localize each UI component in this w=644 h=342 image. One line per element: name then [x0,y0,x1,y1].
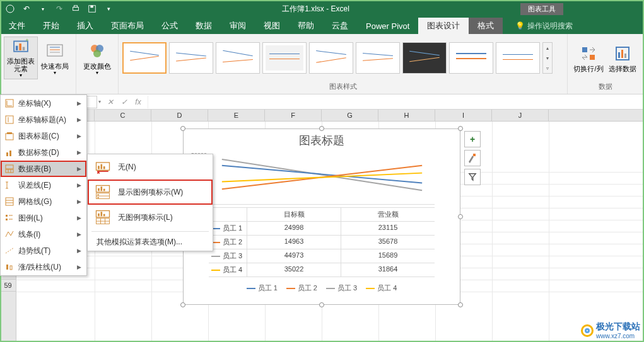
autosave-icon[interactable] [3,1,18,16]
tab-formula[interactable]: 公式 [153,18,187,34]
tab-layout[interactable]: 页面布局 [102,18,153,34]
save-button[interactable] [85,1,100,16]
data-table-submenu: 无(N) 显示图例项标示(W) 无图例项标示(L) 其他模拟运算表选项(M)..… [87,154,213,251]
submenu-label: 显示图例项标示(W) [118,187,183,198]
col-header[interactable]: J [492,110,549,121]
menu-label: 坐标轴(X) [18,98,51,109]
tell-me-search[interactable]: 💡 操作说明搜索 [515,18,573,34]
menu-data-table[interactable]: 数据表(B)▶ [1,161,86,177]
undo-button[interactable]: ↶ [19,1,34,16]
chart-style-9[interactable] [496,42,540,74]
dt-value: 23115 [341,222,435,235]
tab-home[interactable]: 开始 [34,18,68,34]
tab-file[interactable]: 文件 [0,18,34,34]
menu-label: 数据表(B) [18,164,51,174]
cancel-formula-button[interactable]: ✕ [103,96,117,108]
chart-style-3[interactable] [216,42,260,74]
select-data-button[interactable]: 选择数据 [606,37,640,79]
legend-item: 员工 1 [258,284,278,292]
enter-formula-button[interactable]: ✓ [117,96,131,108]
chart-title[interactable]: 图表标题 [184,129,460,152]
ribbon: + 添加图表元素 ▾ 快速布局 ▾ 更改颜色 ▾ ▴▾▿ [0,34,644,94]
tab-view[interactable]: 视图 [255,18,289,34]
tab-chart-design[interactable]: 图表设计 [418,18,469,34]
chart-style-1[interactable] [122,42,167,74]
svg-rect-20 [618,52,620,58]
col-header[interactable]: C [95,110,151,121]
svg-rect-58 [101,186,103,191]
style-gallery-scroll[interactable]: ▴▾▿ [542,42,553,74]
quick-layout-label: 快速布局 [41,62,69,70]
menu-chart-title[interactable]: 图表标题(C)▶ [1,128,86,144]
menu-axis-title[interactable]: 坐标轴标题(A)▶ [1,111,86,128]
dt-value: 14963 [247,236,341,249]
chart-elements-button[interactable]: + [464,131,481,147]
undo-menu[interactable]: ▾ [35,1,50,16]
contextual-tab-label: 图表工具 [520,3,563,15]
chart-style-6[interactable] [356,42,400,74]
chart-style-4[interactable] [262,42,307,74]
add-chart-element-button[interactable]: + 添加图表元素 ▾ [4,37,38,79]
menu-axis[interactable]: 坐标轴(X)▶ [1,95,86,111]
svg-rect-8 [23,47,25,50]
col-header[interactable]: E [208,110,265,121]
submenu-none[interactable]: 无(N) [88,154,213,180]
menu-data-labels[interactable]: 数据标签(D)▶ [1,144,86,161]
chart-filter-button[interactable] [464,169,481,185]
row-header[interactable]: 59 [0,280,16,292]
col-header[interactable]: D [151,110,208,121]
col-header[interactable]: I [435,110,492,121]
dt-series-label: 员工 4 [223,266,242,273]
svg-rect-47 [6,265,8,270]
chart-style-2[interactable] [169,42,213,74]
fx-button[interactable]: fx [131,96,145,108]
tab-format[interactable]: 格式 [469,18,503,34]
col-header[interactable]: F [265,110,322,121]
qat-customize[interactable]: ▾ [101,1,116,16]
svg-rect-32 [9,151,11,156]
chart-styles-gallery: ▴▾▿ [122,37,563,79]
redo-button[interactable]: ↷ [52,1,67,16]
menu-trendline[interactable]: 趋势线(T)▶ [1,242,86,259]
svg-rect-67 [103,214,105,217]
embedded-chart[interactable]: 图表标题 50000 40000 30000 20000 10000 0 目标额… [183,128,460,305]
print-button[interactable] [68,1,83,16]
tab-help[interactable]: 帮助 [289,18,323,34]
chart-styles-button[interactable] [464,150,481,166]
submenu-more-options[interactable]: 其他模拟运算表选项(M)... [88,233,213,251]
svg-rect-57 [98,188,100,191]
col-header[interactable]: G [322,110,378,121]
chart-plot-area[interactable]: 50000 40000 30000 20000 10000 0 [209,154,435,205]
chart-legend[interactable]: 员工 1 员工 2 员工 3 员工 4 [184,280,460,297]
dt-value: 31864 [341,263,435,276]
submenu-without-legend-keys[interactable]: 无图例项标示(L) [88,205,213,230]
tab-data[interactable]: 数据 [187,18,221,34]
svg-rect-10 [47,45,62,56]
chart-style-7[interactable] [402,42,447,74]
tab-powerpivot[interactable]: Power Pivot [357,18,418,34]
chart-style-8[interactable] [449,42,493,74]
quick-layout-button[interactable]: 快速布局 ▾ [38,37,72,79]
svg-rect-34 [6,169,13,173]
menu-gridlines[interactable]: 网格线(G)▶ [1,193,86,210]
switch-row-col-button[interactable]: 切换行/列 [571,37,606,79]
submenu-with-legend-keys[interactable]: 显示图例项标示(W) [88,180,213,205]
formula-input[interactable] [148,96,644,108]
menu-lines[interactable]: 线条(I)▶ [1,226,86,242]
svg-rect-66 [101,212,103,216]
chart-style-5[interactable] [309,42,353,74]
tab-review[interactable]: 审阅 [221,18,255,34]
col-header[interactable]: H [378,110,435,121]
menu-label: 趋势线(T) [18,246,50,256]
tab-cloud[interactable]: 云盘 [323,18,357,34]
ribbon-tabs: 文件 开始 插入 页面布局 公式 数据 审阅 视图 帮助 云盘 Power Pi… [0,18,644,34]
svg-rect-4 [90,6,93,8]
menu-error-bars[interactable]: 误差线(E)▶ [1,177,86,193]
svg-rect-31 [6,152,8,156]
change-colors-button[interactable]: 更改颜色 ▾ [80,37,114,79]
menu-label: 线条(I) [18,229,40,240]
svg-rect-52 [103,166,105,169]
menu-updown-bars[interactable]: 涨/跌柱线(U)▶ [1,259,86,275]
tab-insert[interactable]: 插入 [68,18,102,34]
menu-legend[interactable]: 图例(L)▶ [1,210,86,226]
